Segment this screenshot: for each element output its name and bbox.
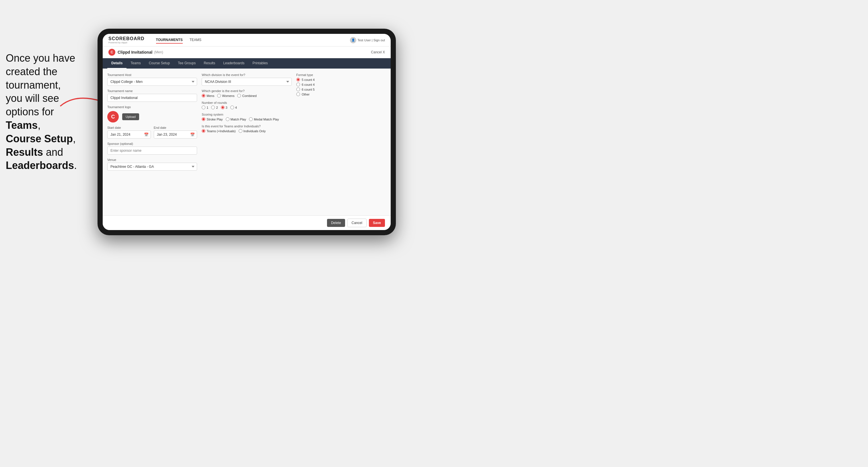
- scoring-label: Scoring system: [202, 113, 291, 116]
- format-6count4: 6 count 4: [296, 83, 386, 86]
- format-5count4: 5 count 4: [296, 78, 386, 82]
- host-select[interactable]: Clippd College - Men: [107, 78, 197, 86]
- nav-tournaments[interactable]: TOURNAMENTS: [156, 37, 183, 43]
- start-date-label: Start date: [107, 126, 151, 129]
- logo-label: Tournament logo: [107, 105, 197, 109]
- tournament-subtitle: (Men): [154, 50, 163, 54]
- host-group: Tournament Host Clippd College - Men: [107, 73, 197, 86]
- individuals-only-radio[interactable]: [239, 129, 242, 133]
- tab-tee-groups[interactable]: Tee Groups: [174, 58, 199, 68]
- tab-teams[interactable]: Teams: [126, 58, 145, 68]
- tab-leaderboards[interactable]: Leaderboards: [219, 58, 248, 68]
- end-date-icon: 📅: [190, 132, 195, 137]
- rounds-4-radio[interactable]: [230, 105, 234, 109]
- start-date-group: Start date 📅: [107, 126, 151, 138]
- format-6count5: 6 count 5: [296, 88, 386, 91]
- scoring-stroke[interactable]: Stroke Play: [202, 117, 223, 121]
- format-5count4-radio[interactable]: [296, 78, 300, 82]
- format-6count5-radio[interactable]: [296, 88, 300, 91]
- logo-preview: C: [107, 111, 119, 123]
- teams-label: Is this event for Teams and/or Individua…: [202, 124, 291, 128]
- right-form-section: Format type 5 count 4 6 count 4 6 count …: [296, 73, 386, 171]
- gender-mens[interactable]: Mens: [202, 94, 214, 97]
- bottom-footer: Delete Cancel Save: [103, 215, 391, 230]
- tournament-icon: C: [108, 49, 115, 56]
- instruction-bold1: Teams: [6, 119, 38, 131]
- top-nav: SCOREBOARD Powered by clippd TOURNAMENTS…: [103, 34, 391, 46]
- rounds-3-radio[interactable]: [221, 105, 225, 109]
- rounds-3[interactable]: 3: [221, 105, 227, 109]
- gender-radio-group: Mens Womens Combined: [202, 94, 291, 97]
- gender-combined-radio[interactable]: [237, 94, 241, 97]
- rounds-2[interactable]: 2: [211, 105, 218, 109]
- teams-plus-radio[interactable]: [202, 129, 206, 133]
- delete-button[interactable]: Delete: [327, 219, 345, 227]
- logo-area: SCOREBOARD Powered by clippd: [108, 36, 145, 44]
- user-area: 👤 Test User | Sign out: [350, 37, 385, 43]
- tab-printables[interactable]: Printables: [248, 58, 272, 68]
- instruction-bold3: Results: [6, 146, 43, 158]
- scoring-medal[interactable]: Medal Match Play: [249, 117, 279, 121]
- gender-womens-radio[interactable]: [217, 94, 221, 97]
- gender-womens[interactable]: Womens: [217, 94, 235, 97]
- venue-select[interactable]: Peachtree GC - Atlanta - GA: [107, 163, 197, 171]
- host-label: Tournament Host: [107, 73, 197, 76]
- tablet-device: SCOREBOARD Powered by clippd TOURNAMENTS…: [97, 29, 396, 235]
- rounds-1[interactable]: 1: [202, 105, 208, 109]
- rounds-2-radio[interactable]: [211, 105, 215, 109]
- scoring-medal-radio[interactable]: [249, 117, 253, 121]
- format-other: Other: [296, 92, 386, 96]
- teams-plus-individuals[interactable]: Teams (+Individuals): [202, 129, 236, 133]
- tab-results[interactable]: Results: [199, 58, 219, 68]
- format-label: Format type: [296, 73, 386, 76]
- logo-upload-area: C Upload: [107, 111, 197, 123]
- name-input[interactable]: [107, 94, 197, 102]
- venue-group: Venue Peachtree GC - Atlanta - GA: [107, 158, 197, 171]
- gender-combined[interactable]: Combined: [237, 94, 256, 97]
- upload-button[interactable]: Upload: [122, 113, 139, 120]
- rounds-radio-group: 1 2 3 4: [202, 105, 291, 109]
- format-5count4-label: 5 count 4: [302, 78, 315, 82]
- sponsor-group: Sponsor (optional): [107, 142, 197, 155]
- user-icon: 👤: [350, 37, 356, 43]
- tablet-screen: SCOREBOARD Powered by clippd TOURNAMENTS…: [103, 34, 391, 230]
- scoring-stroke-radio[interactable]: [202, 117, 206, 121]
- end-date-label: End date: [154, 126, 197, 129]
- rounds-4[interactable]: 4: [230, 105, 237, 109]
- start-date-icon: 📅: [144, 132, 149, 137]
- rounds-group: Number of rounds 1 2 3 4: [202, 101, 291, 109]
- nav-teams[interactable]: TEAMS: [190, 37, 202, 43]
- cancel-button[interactable]: Cancel: [347, 219, 367, 227]
- tournament-title: Clippd Invitational: [118, 50, 152, 55]
- gender-mens-radio[interactable]: [202, 94, 206, 97]
- scoring-match[interactable]: Match Play: [226, 117, 246, 121]
- scoring-group: Scoring system Stroke Play Match Play Me…: [202, 113, 291, 121]
- format-6count4-radio[interactable]: [296, 83, 300, 86]
- tournament-header: C Clippd Invitational (Men) Cancel X: [103, 46, 391, 58]
- rounds-1-radio[interactable]: [202, 105, 206, 109]
- division-group: Which division is the event for? NCAA Di…: [202, 73, 291, 86]
- venue-label: Venue: [107, 158, 197, 161]
- end-date-group: End date 📅: [154, 126, 197, 138]
- save-button[interactable]: Save: [369, 219, 385, 227]
- tab-course-setup[interactable]: Course Setup: [145, 58, 174, 68]
- division-label: Which division is the event for?: [202, 73, 291, 76]
- tab-details[interactable]: Details: [107, 58, 126, 68]
- individuals-only[interactable]: Individuals Only: [239, 129, 266, 133]
- left-form-section: Tournament Host Clippd College - Men Tou…: [107, 73, 197, 171]
- user-text[interactable]: Test User | Sign out: [358, 38, 385, 42]
- format-6count5-label: 6 count 5: [302, 88, 315, 91]
- format-other-radio[interactable]: [296, 92, 300, 96]
- gender-group: Which gender is the event for? Mens Wome…: [202, 89, 291, 97]
- logo-group: Tournament logo C Upload: [107, 105, 197, 123]
- teams-group: Is this event for Teams and/or Individua…: [202, 124, 291, 133]
- format-group: Format type 5 count 4 6 count 4 6 count …: [296, 73, 386, 96]
- scoring-radio-group: Stroke Play Match Play Medal Match Play: [202, 117, 291, 121]
- cancel-button[interactable]: Cancel X: [371, 50, 385, 54]
- sponsor-input[interactable]: [107, 147, 197, 155]
- dates-row: Start date 📅 End date 📅: [107, 126, 197, 138]
- name-group: Tournament name: [107, 89, 197, 102]
- logo-sub: Powered by clippd: [108, 41, 145, 44]
- division-select[interactable]: NCAA Division III: [202, 78, 291, 86]
- scoring-match-radio[interactable]: [226, 117, 229, 121]
